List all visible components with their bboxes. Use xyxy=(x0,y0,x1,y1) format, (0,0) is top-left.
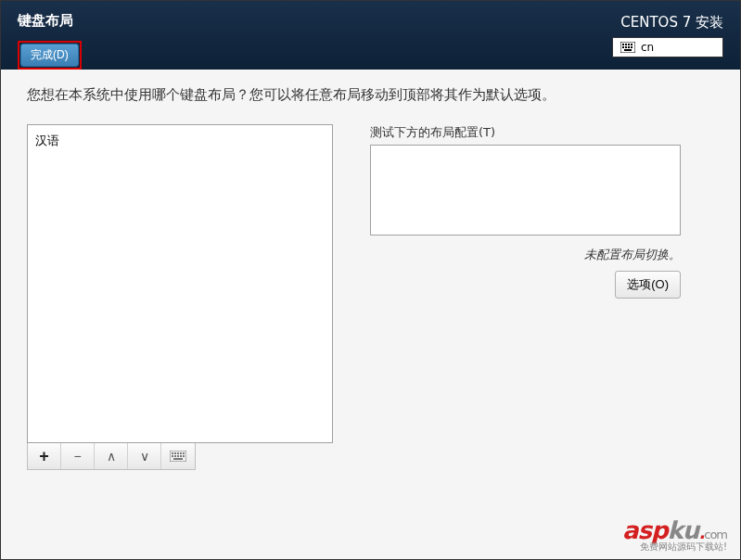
layout-column: 汉语 + − ∧ ∨ xyxy=(27,124,333,470)
svg-rect-18 xyxy=(177,455,179,457)
svg-rect-4 xyxy=(631,44,632,45)
svg-rect-11 xyxy=(172,452,173,454)
svg-rect-3 xyxy=(628,44,630,45)
content-area: 您想在本系统中使用哪个键盘布局？您可以将任意布局移动到顶部将其作为默认选项。 汉… xyxy=(1,70,740,559)
distro-label: CENTOS 7 安装 xyxy=(612,14,723,32)
svg-rect-8 xyxy=(631,46,632,48)
test-label: 测试下方的布局配置(T) xyxy=(370,124,681,141)
layout-item[interactable]: 汉语 xyxy=(35,131,325,151)
add-layout-button[interactable]: + xyxy=(28,443,61,469)
svg-rect-17 xyxy=(174,455,176,457)
svg-rect-1 xyxy=(622,44,624,45)
options-row: 选项(O) xyxy=(370,271,681,299)
header-bar: 键盘布局 完成(D) CENTOS 7 安装 cn xyxy=(1,1,740,70)
svg-rect-16 xyxy=(172,455,173,457)
svg-rect-20 xyxy=(183,455,185,457)
move-down-button[interactable]: ∨ xyxy=(128,443,161,469)
main-row: 汉语 + − ∧ ∨ xyxy=(27,124,714,470)
layout-list[interactable]: 汉语 xyxy=(27,124,333,443)
svg-rect-9 xyxy=(624,49,632,51)
switch-not-configured-text: 未配置布局切换。 xyxy=(370,247,681,263)
keyboard-layout-indicator[interactable]: cn xyxy=(612,37,723,57)
test-input[interactable] xyxy=(370,145,681,235)
svg-rect-6 xyxy=(625,46,627,48)
svg-rect-21 xyxy=(173,458,183,460)
svg-rect-13 xyxy=(177,452,179,454)
svg-rect-7 xyxy=(628,46,630,48)
svg-rect-14 xyxy=(180,452,182,454)
header-right: CENTOS 7 安装 cn xyxy=(612,14,723,57)
keyboard-icon xyxy=(620,42,635,53)
keyboard-layout-code: cn xyxy=(641,41,654,54)
svg-rect-19 xyxy=(180,455,182,457)
svg-rect-12 xyxy=(174,452,176,454)
instruction-text: 您想在本系统中使用哪个键盘布局？您可以将任意布局移动到顶部将其作为默认选项。 xyxy=(27,86,714,104)
svg-rect-5 xyxy=(622,46,624,48)
test-column: 测试下方的布局配置(T) 未配置布局切换。 选项(O) xyxy=(370,124,681,470)
done-button[interactable]: 完成(D) xyxy=(20,44,79,67)
preview-keyboard-button[interactable] xyxy=(161,443,195,469)
layout-toolbar: + − ∧ ∨ xyxy=(27,443,196,470)
watermark: aspku.com 免费网站源码下载站! xyxy=(622,516,727,554)
options-button[interactable]: 选项(O) xyxy=(615,271,681,299)
svg-rect-15 xyxy=(183,452,185,454)
done-button-highlight: 完成(D) xyxy=(18,41,82,70)
svg-rect-2 xyxy=(625,44,627,45)
keyboard-icon xyxy=(170,451,186,462)
move-up-button[interactable]: ∧ xyxy=(95,443,128,469)
remove-layout-button[interactable]: − xyxy=(61,443,95,469)
